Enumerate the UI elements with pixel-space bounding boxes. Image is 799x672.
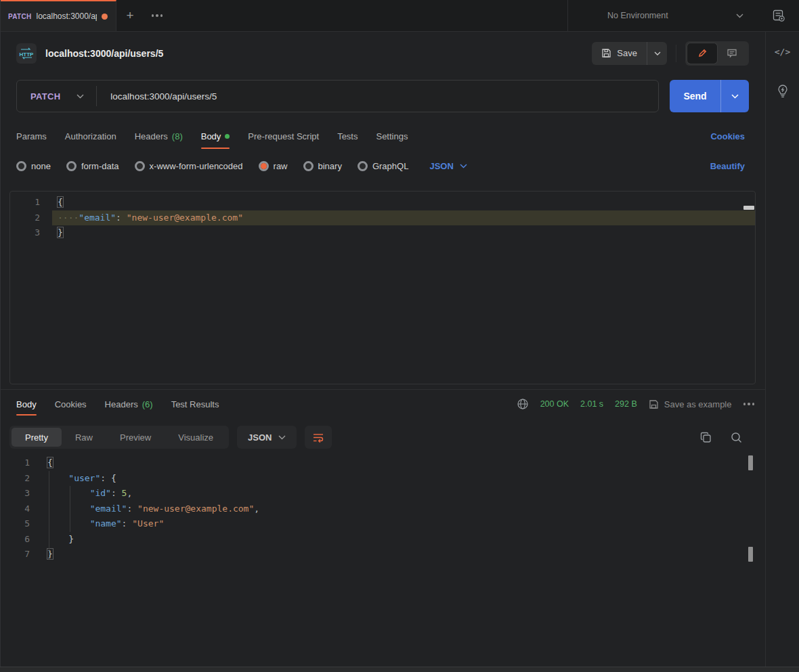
response-time[interactable]: 2.01 s	[580, 399, 603, 409]
response-size[interactable]: 292 B	[615, 399, 637, 409]
network-globe-icon[interactable]	[517, 398, 529, 410]
scrollbar-mark[interactable]	[748, 547, 753, 562]
tab-body[interactable]: Body	[201, 120, 230, 152]
view-preview[interactable]: Preview	[106, 428, 165, 447]
edit-mode-button[interactable]	[687, 43, 717, 64]
code-line[interactable]: 2 "user": {	[0, 471, 765, 487]
code-text: "name": "User"	[42, 516, 765, 532]
response-tab-test-results[interactable]: Test Results	[171, 390, 219, 418]
plus-icon: +	[126, 8, 133, 23]
scrollbar-mark[interactable]	[748, 455, 753, 470]
code-text: {	[42, 455, 765, 471]
response-language-select[interactable]: JSON	[237, 426, 297, 449]
code-line[interactable]: 1{	[10, 195, 755, 210]
code-text: {	[52, 195, 755, 210]
response-tab-body[interactable]: Body	[16, 390, 37, 418]
line-number: 2	[10, 210, 52, 226]
save-button[interactable]: Save	[592, 42, 647, 65]
view-pretty[interactable]: Pretty	[12, 428, 62, 447]
code-text: }	[42, 547, 765, 562]
cookies-link[interactable]: Cookies	[710, 131, 745, 141]
body-type-form-data[interactable]: form-data	[66, 161, 119, 171]
raw-language-select[interactable]: JSON	[429, 161, 467, 171]
code-text: ····"email": "new-user@example.com"	[52, 210, 755, 226]
tab-params[interactable]: Params	[16, 120, 47, 152]
response-tab-cookies[interactable]: Cookies	[55, 390, 87, 418]
code-line[interactable]: 5 "name": "User"	[0, 516, 765, 532]
environment-quick-look-icon	[772, 9, 786, 22]
code-line[interactable]: 7}	[0, 547, 765, 562]
send-options-button[interactable]	[720, 80, 749, 112]
url-bar: PATCH localhost:3000/api/users/5	[16, 80, 659, 112]
save-as-example-button[interactable]: Save as example	[649, 399, 732, 409]
body-modified-dot-icon	[225, 134, 230, 139]
line-number: 7	[0, 547, 42, 562]
save-options-button[interactable]	[647, 42, 667, 65]
code-line[interactable]: 4 "email": "new-user@example.com",	[0, 501, 765, 517]
request-tab[interactable]: PATCH localhost:3000/api/u	[0, 0, 116, 31]
wrap-text-icon	[313, 432, 324, 443]
code-line[interactable]: 1{	[0, 455, 765, 471]
code-line[interactable]: 2····"email": "new-user@example.com"	[10, 210, 755, 226]
tab-headers[interactable]: Headers (8)	[135, 120, 183, 152]
response-tab-headers[interactable]: Headers (6)	[105, 390, 153, 418]
unsaved-dot-icon	[102, 14, 108, 20]
headers-count: (8)	[172, 131, 183, 141]
request-tabs: Params Authorization Headers (8) Body Pr…	[0, 120, 765, 152]
view-raw[interactable]: Raw	[62, 428, 106, 447]
radio-icon	[303, 161, 314, 171]
tab-pre-request-script[interactable]: Pre-request Script	[248, 120, 319, 152]
divider	[676, 45, 676, 62]
environment-quick-look-button[interactable]	[758, 0, 799, 31]
postbot-bulb-icon[interactable]	[776, 84, 790, 99]
view-visualize[interactable]: Visualize	[165, 428, 227, 447]
method-label: PATCH	[30, 91, 60, 102]
wrap-lines-button[interactable]	[305, 426, 332, 449]
body-type-binary[interactable]: binary	[303, 161, 342, 171]
url-row: PATCH localhost:3000/api/users/5 Send	[16, 80, 749, 112]
environment-label: No Environment	[607, 11, 668, 20]
comment-icon	[727, 48, 737, 58]
environment-selector[interactable]: No Environment	[567, 0, 758, 31]
send-split-button: Send	[670, 80, 749, 112]
beautify-link[interactable]: Beautify	[710, 161, 745, 171]
bottom-status-strip	[0, 667, 799, 672]
copy-icon[interactable]	[700, 432, 712, 443]
editor-scrollbar-thumb[interactable]	[743, 206, 754, 210]
body-type-none[interactable]: none	[16, 161, 51, 171]
body-type-row: none form-data x-www-form-urlencoded raw…	[0, 152, 765, 180]
code-line[interactable]: 3}	[10, 225, 755, 241]
send-button[interactable]: Send	[670, 80, 720, 112]
right-sidebar: </>	[765, 32, 799, 667]
request-body-editor[interactable]: 1{2····"email": "new-user@example.com"3}	[9, 191, 756, 384]
code-snippet-icon[interactable]: </>	[775, 47, 790, 57]
http-request-icon: HTTP	[16, 43, 37, 64]
language-label: JSON	[429, 161, 453, 171]
body-type-graphql[interactable]: GraphQL	[358, 161, 408, 171]
body-type-x-www-form-urlencoded[interactable]: x-www-form-urlencoded	[135, 161, 243, 171]
search-icon[interactable]	[731, 432, 742, 443]
response-more-icon[interactable]	[743, 403, 755, 405]
edit-comment-toggle	[685, 41, 749, 66]
tab-tests[interactable]: Tests	[337, 120, 358, 152]
response-body-editor[interactable]: 1{2 "user": {3 "id": 5,4 "email": "new-u…	[0, 451, 765, 667]
url-input[interactable]: localhost:3000/api/users/5	[97, 91, 217, 102]
response-headers-count: (6)	[142, 399, 153, 409]
code-line[interactable]: 3 "id": 5,	[0, 486, 765, 501]
comments-button[interactable]	[717, 43, 747, 64]
body-type-raw[interactable]: raw	[259, 161, 288, 171]
save-split-button: Save	[592, 42, 667, 65]
method-select[interactable]: PATCH	[17, 91, 96, 102]
status-badge[interactable]: 200 OK	[540, 399, 569, 409]
page-title: localhost:3000/api/users/5	[45, 48, 163, 59]
tab-settings[interactable]: Settings	[376, 120, 408, 152]
tab-authorization[interactable]: Authorization	[65, 120, 116, 152]
code-line[interactable]: 6 }	[0, 532, 765, 547]
indent-guide	[70, 486, 70, 532]
response-toolbar: Pretty Raw Preview Visualize JSON	[0, 418, 765, 451]
send-button-label: Send	[683, 91, 706, 102]
tab-options-button[interactable]	[144, 0, 171, 31]
radio-icon	[358, 161, 368, 171]
radio-icon	[16, 161, 26, 171]
new-tab-button[interactable]: +	[116, 0, 144, 31]
